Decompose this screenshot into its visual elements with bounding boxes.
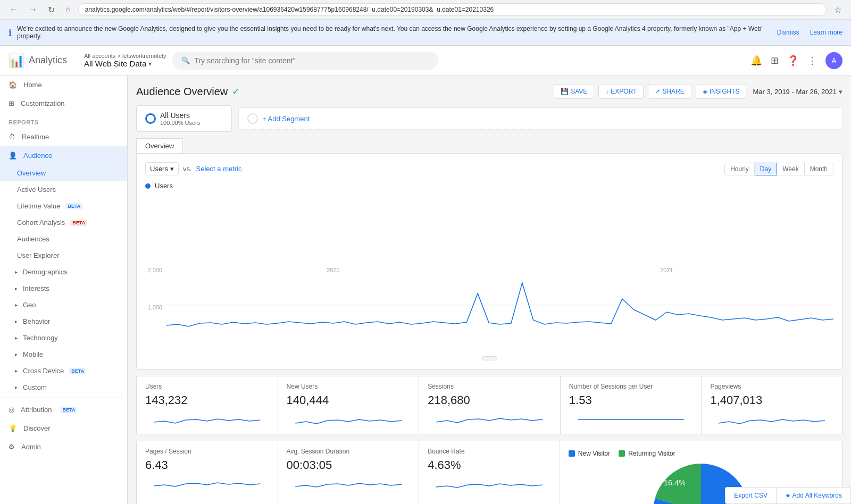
segment-name: All Users <box>160 111 200 120</box>
interests-arrow-icon: ▸ <box>15 285 18 291</box>
notifications-button[interactable]: 🔔 <box>750 55 762 66</box>
search-icon: 🔍 <box>181 56 190 64</box>
info-icon: ℹ <box>9 28 12 38</box>
technology-arrow-icon: ▸ <box>15 335 18 341</box>
sidebar-item-admin[interactable]: ⚙ Admin <box>0 438 127 456</box>
sidebar-subitem-lifetime-value[interactable]: Lifetime Value BETA <box>0 198 127 214</box>
share-button[interactable]: ↗ SHARE <box>648 84 691 99</box>
breadcrumb-top: All accounts > letsworkremotely <box>84 53 166 59</box>
customization-label: Customization <box>21 99 64 107</box>
apps-button[interactable]: ⊞ <box>771 55 779 66</box>
avg-session-sparkline <box>287 476 411 494</box>
metric-dropdown[interactable]: Users ▾ <box>145 162 179 175</box>
export-csv-button[interactable]: Export CSV <box>725 488 777 503</box>
metric-card-pageviews: Pageviews 1,407,013 <box>701 376 842 434</box>
new-users-sparkline <box>287 411 411 427</box>
geo-arrow-icon: ▸ <box>15 302 18 308</box>
add-keywords-button[interactable]: ★ Add All Keywords <box>777 488 850 503</box>
chart-scroll-handle[interactable] <box>481 356 497 360</box>
insights-button[interactable]: ◈ INSIGHTS <box>696 84 747 99</box>
export-icon: ↓ <box>605 88 608 95</box>
sidebar-item-home[interactable]: 🏠 Home <box>0 75 127 94</box>
users-value: 143,232 <box>145 393 269 407</box>
day-button[interactable]: Day <box>755 163 777 175</box>
new-visitor-legend-label: New Visitor <box>578 450 610 457</box>
search-box[interactable]: 🔍 <box>172 52 438 70</box>
search-input[interactable] <box>194 56 429 65</box>
cross-device-beta-badge: BETA <box>69 368 86 374</box>
select-metric-link[interactable]: Select a metric <box>196 165 242 173</box>
mobile-arrow-icon: ▸ <box>15 351 18 357</box>
back-button[interactable]: ← <box>6 4 21 15</box>
sidebar-subitem-mobile[interactable]: ▸ Mobile <box>0 346 127 363</box>
chart-area: 2,000 1,000 2020 2021 <box>145 267 833 352</box>
dismiss-link[interactable]: Dismiss <box>777 29 799 36</box>
home-label: Home <box>23 81 42 89</box>
sessions-per-user-value: 1.53 <box>569 393 693 407</box>
save-icon: 💾 <box>561 88 569 95</box>
property-selector[interactable]: All Web Site Data ▾ <box>84 59 166 68</box>
home-button[interactable]: ⌂ <box>62 4 74 15</box>
sidebar-subitem-geo[interactable]: ▸ Geo <box>0 297 127 313</box>
sidebar-subitem-cohort-analysis[interactable]: Cohort Analysis BETA <box>0 214 127 231</box>
week-button[interactable]: Week <box>777 163 804 175</box>
more-options-button[interactable]: ⋮ <box>807 55 817 66</box>
sidebar-item-audience[interactable]: 👤 Audience <box>0 146 127 165</box>
users-label: Users <box>145 383 269 390</box>
reload-button[interactable]: ↻ <box>45 4 58 16</box>
sidebar-subitem-active-users[interactable]: Active Users <box>0 181 127 198</box>
pageviews-sparkline <box>710 411 833 427</box>
app-logo: 📊 Analytics <box>9 53 67 68</box>
add-segment-circle-icon <box>247 113 258 124</box>
sidebar-subitem-technology[interactable]: ▸ Technology <box>0 330 127 346</box>
sidebar-item-discover[interactable]: 💡 Discover <box>0 419 127 438</box>
new-visitor-legend-dot <box>569 450 575 457</box>
app-header: 📊 Analytics All accounts > letsworkremot… <box>0 46 851 75</box>
sidebar-item-realtime[interactable]: ⏱ Realtime <box>0 128 127 146</box>
sidebar-item-customization[interactable]: ⊞ Customization <box>0 94 127 113</box>
month-button[interactable]: Month <box>805 163 833 175</box>
segment-circle-icon <box>145 113 156 124</box>
forward-button[interactable]: → <box>26 4 40 15</box>
sidebar-divider <box>0 398 127 398</box>
date-range-selector[interactable]: Mar 3, 2019 - Mar 26, 2021 ▾ <box>753 88 842 96</box>
all-users-segment[interactable]: All Users 100.00% Users <box>136 105 232 132</box>
save-button[interactable]: 💾 SAVE <box>554 84 594 99</box>
main-layout: 🏠 Home ⊞ Customization REPORTS ⏱ Realtim… <box>0 75 851 504</box>
avatar[interactable]: A <box>825 52 842 69</box>
sidebar-item-attribution[interactable]: ◎ Attribution BETA <box>0 400 127 419</box>
metric-card-sessions: Sessions 218,680 <box>419 376 560 434</box>
sidebar-subitem-overview[interactable]: Overview <box>0 165 127 181</box>
returning-visitor-legend-dot <box>619 450 625 457</box>
sidebar-subitem-custom[interactable]: ▸ Custom <box>0 379 127 396</box>
sidebar-subitem-audiences[interactable]: Audiences <box>0 231 127 247</box>
sidebar-subitem-demographics[interactable]: ▸ Demographics <box>0 264 127 280</box>
active-users-label: Active Users <box>17 186 56 194</box>
hourly-button[interactable]: Hourly <box>724 163 755 175</box>
add-segment-button[interactable]: + Add Segment <box>238 107 842 130</box>
sidebar-subitem-user-explorer[interactable]: User Explorer <box>0 247 127 264</box>
pages-session-sparkline <box>145 476 269 494</box>
export-button[interactable]: ↓ EXPORT <box>598 84 644 99</box>
help-button[interactable]: ❓ <box>787 55 799 66</box>
geo-label: Geo <box>23 301 36 309</box>
sessions-value: 218,680 <box>428 393 552 407</box>
metric-card-new-users: New Users 140,444 <box>278 376 419 434</box>
attribution-beta-badge: BETA <box>61 407 78 413</box>
page-title: Audience Overview <box>136 86 228 98</box>
sidebar-subitem-behavior[interactable]: ▸ Behavior <box>0 313 127 330</box>
sidebar-subitem-cross-device[interactable]: ▸ Cross Device BETA <box>0 363 127 379</box>
metric-card-sessions-per-user: Number of Sessions per User 1.53 <box>560 376 702 434</box>
learn-more-link[interactable]: Learn more <box>810 29 842 36</box>
url-input[interactable]: analytics.google.com/analytics/web/#/rep… <box>78 3 827 16</box>
bookmark-button[interactable]: ☆ <box>831 4 845 16</box>
sidebar-subitem-interests[interactable]: ▸ Interests <box>0 280 127 297</box>
realtime-icon: ⏱ <box>9 133 15 141</box>
overview-label: Overview <box>17 169 46 177</box>
pie-legend-new: New Visitor <box>569 450 610 457</box>
home-icon: 🏠 <box>9 81 17 89</box>
interests-label: Interests <box>23 284 49 292</box>
overview-tab[interactable]: Overview <box>136 138 183 153</box>
share-icon: ↗ <box>655 88 660 95</box>
chart-container: Users ▾ vs. Select a metric Hourly Day W… <box>136 153 842 369</box>
